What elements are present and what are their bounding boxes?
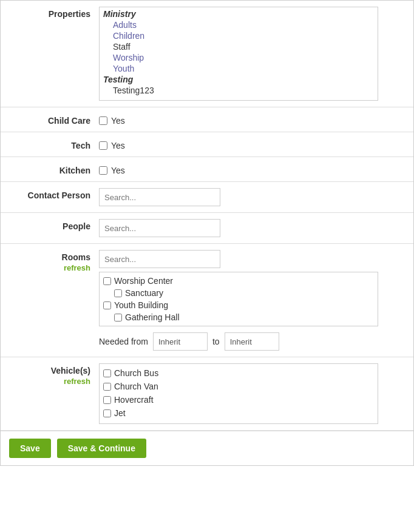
form-container: Properties MinistryAdultsChildrenStaffWo… [0,0,414,466]
kitchen-checkbox[interactable] [99,166,107,175]
needed-from-row: Needed from to [99,332,406,351]
child-care-checkbox-label[interactable]: Yes [99,113,406,126]
vehicles-control: Church BusChurch VanHovercraftJet [99,363,406,424]
properties-control: MinistryAdultsChildrenStaffWorshipYouthT… [99,7,406,101]
people-input[interactable] [99,219,220,237]
child-care-label: Child Care [8,113,99,126]
contact-person-row: Contact Person [1,182,413,213]
properties-label: Properties [8,7,99,19]
kitchen-control: Yes [99,163,406,175]
tech-checkbox-text: Yes [111,141,125,150]
list-item[interactable]: Gathering Hall [103,311,374,323]
contact-person-control [99,188,406,206]
tech-checkbox-label[interactable]: Yes [99,138,406,150]
vehicles-label: Vehicle(s) [51,366,90,375]
rooms-row: Rooms refresh Worship CenterSanctuaryYou… [1,244,413,357]
vehicles-row: Vehicle(s) refresh Church BusChurch VanH… [1,357,413,431]
save-continue-button[interactable]: Save & Continue [57,439,146,458]
tech-row: Tech Yes [1,132,413,157]
needed-to-label: to [212,337,220,346]
tech-label: Tech [8,138,99,150]
kitchen-checkbox-text: Yes [111,166,125,175]
contact-person-input[interactable] [99,188,220,206]
list-item[interactable]: Youth Building [103,299,374,311]
list-item[interactable]: Worship Center [103,275,374,287]
people-label: People [8,219,99,231]
rooms-label: Rooms [62,252,90,262]
vehicles-refresh-link[interactable]: refresh [64,377,90,386]
needed-from-label: Needed from [99,337,148,346]
people-control [99,219,406,237]
kitchen-row: Kitchen Yes [1,157,413,182]
vehicles-list[interactable]: Church BusChurch VanHovercraftJet [99,363,378,424]
kitchen-label: Kitchen [8,163,99,175]
people-row: People [1,213,413,244]
list-item[interactable]: Hovercraft [103,393,374,406]
save-button[interactable]: Save [9,439,51,458]
needed-to-input[interactable] [225,332,279,351]
rooms-list[interactable]: Worship CenterSanctuaryYouth BuildingGat… [99,272,378,326]
needed-from-input[interactable] [153,332,208,351]
rooms-control: Worship CenterSanctuaryYouth BuildingGat… [99,250,406,351]
vehicles-label-col: Vehicle(s) refresh [8,363,99,386]
list-item[interactable]: Church Van [103,380,374,393]
rooms-refresh-link[interactable]: refresh [64,263,90,272]
kitchen-checkbox-label[interactable]: Yes [99,163,406,175]
contact-person-label: Contact Person [8,188,99,200]
tech-checkbox[interactable] [99,141,107,150]
child-care-row: Child Care Yes [1,107,413,132]
tech-control: Yes [99,138,406,150]
properties-list[interactable]: MinistryAdultsChildrenStaffWorshipYouthT… [99,7,378,101]
list-item[interactable]: Jet [103,406,374,420]
buttons-row: Save Save & Continue [1,431,413,465]
list-item[interactable]: Church Bus [103,366,374,380]
list-item[interactable]: Sanctuary [103,287,374,299]
rooms-label-col: Rooms refresh [8,250,99,272]
rooms-search-input[interactable] [99,250,220,268]
child-care-checkbox[interactable] [99,116,107,125]
properties-row: Properties MinistryAdultsChildrenStaffWo… [1,1,413,107]
child-care-control: Yes [99,113,406,126]
child-care-checkbox-text: Yes [111,116,125,126]
